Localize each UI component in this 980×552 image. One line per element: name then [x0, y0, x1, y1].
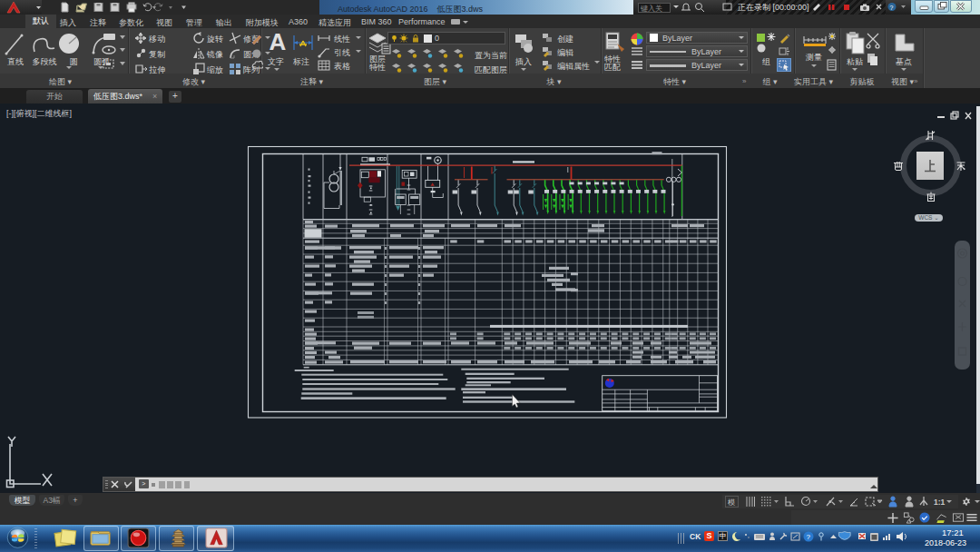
- svg-text:?: ?: [890, 5, 894, 11]
- svg-text:正在录制 [00:00:00]: 正在录制 [00:00:00]: [737, 3, 809, 12]
- svg-text:?: ?: [807, 533, 811, 541]
